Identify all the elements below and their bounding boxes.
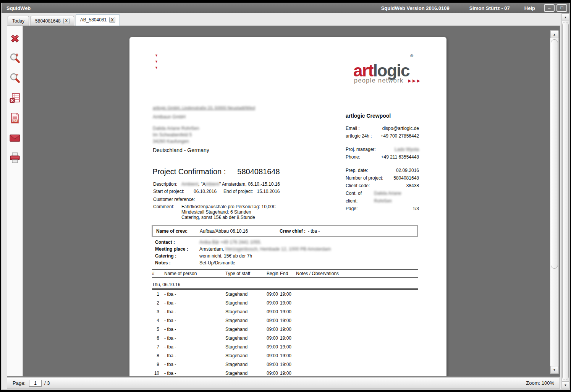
app-window: SquidWeb SquidWeb Version 2016.0109 Simo… — [0, 0, 571, 392]
document-page: ▼ ▼ ▼ artlogic® people network ▶▶▶ artlo… — [129, 37, 446, 377]
app-title: SquidWeb — [6, 5, 31, 11]
customer-reference-row: Customer reference: — [153, 196, 375, 203]
tab-today[interactable]: Today — [8, 16, 29, 26]
row-type: Stagehand — [225, 353, 267, 358]
close-document-button[interactable] — [8, 32, 21, 45]
comment-line: Fahrtkostenpauschale pro Person/Tag: 10,… — [181, 204, 275, 209]
header-name: Name of person — [164, 271, 225, 276]
document-scroll-up-button[interactable]: ▲ — [550, 31, 558, 38]
row-num: 4 — [152, 318, 164, 323]
start-label: Start of project: — [153, 188, 194, 195]
row-type: Stagehand — [225, 318, 267, 323]
crewpool-row-label: Proj. manager: — [346, 146, 376, 153]
tab-ab-5804081[interactable]: AB_5804081 X — [76, 14, 120, 26]
row-name: - tba - — [164, 327, 225, 332]
print-icon — [9, 152, 21, 164]
crewpool-manager-group: Proj. manager: Lado Wyota Phone: +49 211… — [346, 146, 419, 161]
project-meta: Description: Ambient, "Ambient" Amsterda… — [153, 181, 375, 220]
row-num: 1 — [152, 292, 164, 297]
row-end: 19:00 — [280, 327, 296, 332]
crew-name-value: Aufbau/Abbau 06.10.16 — [200, 228, 280, 234]
logo-wordmark: artlogic® — [353, 62, 421, 79]
row-num: 2 — [152, 300, 164, 306]
staff-table-row: 2 - tba - Stagehand 09:00 19:00 — [152, 298, 418, 307]
send-email-button[interactable] — [8, 131, 21, 144]
minimize-button[interactable]: _ — [544, 4, 555, 12]
recipient-city-redacted: 34260 Kaufungen — [153, 138, 199, 145]
help-button[interactable]: Help — [524, 5, 535, 11]
company-line-redacted: Amtbaun GmbH — [153, 114, 186, 120]
staff-table-row: 8 - tba - Stagehand 09:00 19:00 — [152, 351, 418, 360]
window-scroll-thumb[interactable] — [562, 22, 569, 380]
window-scroll-down-button[interactable]: ▼ — [562, 381, 569, 389]
crewpool-row: Prep. date: 02.09.2016 — [346, 167, 419, 174]
window-scrollbar[interactable]: ▲ ▼ — [561, 13, 569, 389]
document-viewer: PDF — [7, 26, 560, 377]
meeting-place-row: Meeting place : Amsterdam, Herzogenbosch… — [155, 246, 331, 253]
staff-table-row: 1 - tba - Stagehand 09:00 19:00 — [152, 290, 418, 298]
description-value: Ambient, "Ambient" Amsterdam, 06.10.-15.… — [181, 181, 280, 188]
catering-label: Catering : — [155, 253, 199, 259]
contact-row: Contact : Anika Bär +49 176 2441 1055. — [155, 239, 331, 246]
version-label: SquidWeb Version 2016.0109 — [381, 5, 450, 11]
zoom-in-button[interactable] — [8, 52, 21, 65]
maximize-icon: □ — [560, 5, 563, 10]
page-number-input[interactable] — [29, 380, 42, 387]
row-type: Stagehand — [225, 309, 267, 314]
recipient-street-redacted: Im Schwabenfeld 5 — [153, 132, 199, 138]
logo-tagline: people network — [354, 77, 404, 84]
crewpool-row-value: 38438 — [406, 182, 419, 190]
crewpool-row-value: +49 700 27856442 — [381, 132, 419, 140]
row-num: 6 — [152, 335, 164, 341]
row-begin: 09:00 — [267, 309, 280, 314]
row-name: - tba - — [164, 292, 225, 297]
email-icon — [9, 132, 21, 144]
day-section-header: Thu, 06.10.16 — [152, 280, 418, 290]
row-type: Stagehand — [225, 300, 267, 306]
zoom-out-button[interactable] — [8, 72, 21, 85]
row-begin: 09:00 — [267, 327, 280, 332]
catering-row: Catering : wenn nicht, 15€ ab der 7h — [155, 253, 331, 259]
row-name: - tba - — [164, 318, 225, 323]
row-end: 19:00 — [280, 362, 296, 367]
document-scrollbar[interactable]: ▲ ▼ — [550, 30, 559, 374]
export-excel-button[interactable] — [8, 92, 21, 105]
row-type: Stagehand — [225, 335, 267, 341]
tab-5804081648[interactable]: 5804081648 X — [31, 16, 74, 26]
crew-box: Name of crew: Aufbau/Abbau 06.10.16 Crew… — [152, 225, 418, 237]
window-scroll-up-button[interactable]: ▲ — [562, 13, 569, 21]
row-end: 19:00 — [280, 300, 296, 306]
row-begin: 09:00 — [267, 300, 280, 306]
excel-export-icon — [9, 92, 21, 104]
crewpool-row-value: 1/3 — [412, 205, 419, 212]
tab-ab-5804081-label: AB_5804081 — [80, 17, 107, 23]
crewpool-row: artlogic 24h : +49 700 27856442 — [346, 132, 419, 140]
page-total-label: / 3 — [44, 380, 50, 386]
row-num: 7 — [152, 344, 164, 350]
row-type: Stagehand — [225, 327, 267, 332]
document-scroll-thumb[interactable] — [551, 39, 558, 269]
row-type: Stagehand — [225, 371, 267, 376]
print-button[interactable] — [8, 151, 21, 164]
viewer-toolbar: PDF — [7, 26, 23, 376]
tab-5804081648-close-button[interactable]: X — [63, 18, 70, 24]
scroll-up-icon: ▲ — [564, 16, 567, 19]
maximize-button[interactable]: □ — [556, 4, 567, 12]
comment-line: Catering, sonst 15€ ab der 8.Stunde — [181, 215, 275, 220]
page-label: Page: — [13, 380, 26, 386]
crewpool-row: Email : dispo@artlogic.de — [346, 125, 419, 132]
comment-line: Mindestcall Stagehand: 6 Stunden — [181, 209, 275, 215]
contact-label: Contact : — [155, 239, 199, 246]
crewpool-row-value: +49 211 63554448 — [381, 153, 419, 161]
notes-label: Notes : — [155, 259, 199, 266]
row-name: - tba - — [164, 371, 225, 376]
crew-chief-value: - tba - — [308, 228, 320, 234]
row-end: 19:00 — [280, 309, 296, 314]
export-pdf-button[interactable]: PDF — [8, 112, 21, 125]
fold-markers: ▼ ▼ ▼ — [155, 52, 158, 71]
zoom-out-icon — [9, 72, 21, 84]
description-label: Description: — [153, 181, 181, 188]
crewpool-row-label: Phone: — [346, 153, 360, 161]
tab-ab-5804081-close-button[interactable]: X — [109, 17, 115, 23]
document-scroll-down-button[interactable]: ▼ — [550, 366, 558, 374]
